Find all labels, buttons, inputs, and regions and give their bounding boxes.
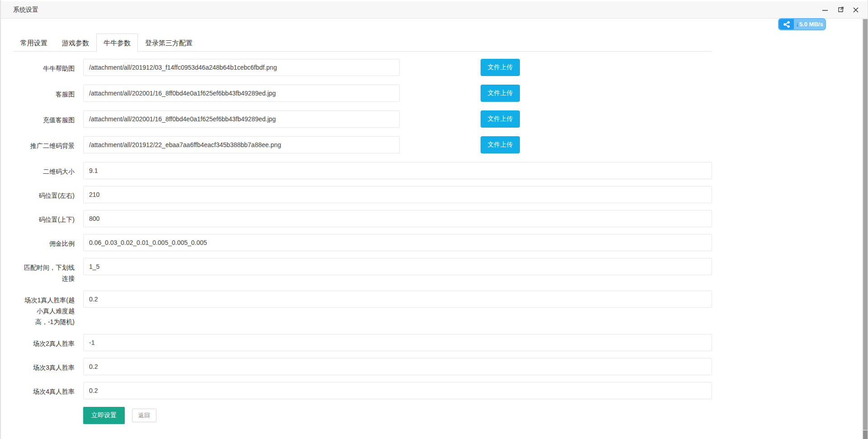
field-input[interactable] — [83, 85, 400, 102]
scrollbar-thumb[interactable] — [863, 19, 868, 430]
field-label: 二维码大小 — [24, 162, 75, 177]
window-title: 系统设置 — [13, 6, 38, 14]
field-input[interactable] — [83, 110, 400, 128]
form-row-recharge-customer-service-image: 充值客服图 文件上传 — [24, 110, 862, 128]
form-row-match-time: 匹配时间，下划线连接 — [24, 258, 862, 284]
file-upload-button[interactable]: 文件上传 — [481, 59, 520, 76]
form-actions: 立即设置 返回 — [83, 407, 862, 424]
form-row-qr-position-horizontal: 码位置(左右) — [24, 186, 862, 203]
down-arrow-icon: ↓ — [796, 21, 799, 28]
form-row-qrcode-size: 二维码大小 — [24, 162, 862, 179]
niuniu-params-form: 牛牛帮助图 文件上传 客服图 文件上传 充值客服图 文件上传 推广二维码背景 文… — [1, 59, 862, 424]
download-speed-text: ↓ 5.0 MB/s — [794, 19, 825, 29]
field-input[interactable] — [83, 210, 712, 227]
form-row-round1-real-win-rate: 场次1真人胜率(越小真人难度越高，-1为随机) — [24, 291, 862, 327]
field-input[interactable] — [83, 136, 400, 153]
field-input[interactable] — [83, 358, 712, 375]
settings-window: 系统设置 — [0, 0, 868, 439]
field-input[interactable] — [83, 162, 712, 179]
vertical-scrollbar[interactable] — [862, 19, 868, 439]
field-input[interactable] — [83, 234, 712, 251]
submit-button[interactable]: 立即设置 — [83, 407, 125, 424]
field-label: 场次1真人胜率(越小真人难度越高，-1为随机) — [24, 291, 75, 327]
form-row-qr-position-vertical: 码位置(上下) — [24, 210, 862, 227]
field-label: 码位置(左右) — [24, 186, 75, 201]
tab-niuniu-params[interactable]: 牛牛参数 — [96, 33, 138, 52]
field-label: 匹配时间，下划线连接 — [24, 258, 75, 284]
speed-value: 5.0 MB/s — [799, 21, 823, 28]
field-input[interactable] — [83, 59, 400, 76]
tab-label: 牛牛参数 — [104, 39, 131, 47]
tab-login-thirdparty[interactable]: 登录第三方配置 — [138, 33, 200, 52]
scrollbar-down-button[interactable] — [863, 430, 868, 439]
field-label: 场次3真人胜率 — [24, 358, 75, 373]
file-upload-button[interactable]: 文件上传 — [481, 85, 520, 102]
form-row-niuniu-help-image: 牛牛帮助图 文件上传 — [24, 59, 862, 76]
field-label: 码位置(上下) — [24, 210, 75, 225]
minimize-icon — [822, 7, 828, 13]
close-icon — [853, 7, 859, 13]
field-label: 牛牛帮助图 — [24, 59, 75, 74]
field-input[interactable] — [83, 186, 712, 203]
field-input[interactable] — [83, 258, 712, 275]
form-row-commission-ratio: 佣金比例 — [24, 234, 862, 251]
tab-bar: 常用设置 游戏参数 牛牛参数 登录第三方配置 — [13, 33, 712, 52]
tab-label: 登录第三方配置 — [145, 39, 193, 47]
form-row-round2-real-win-rate: 场次2真人胜率 — [24, 334, 862, 351]
cloud-share-icon — [779, 19, 794, 29]
form-row-round3-real-win-rate: 场次3真人胜率 — [24, 358, 862, 375]
file-upload-button[interactable]: 文件上传 — [481, 136, 520, 153]
tab-label: 游戏参数 — [62, 39, 89, 47]
window-controls — [820, 1, 861, 18]
file-upload-button[interactable]: 文件上传 — [481, 110, 520, 128]
form-row-promo-qrcode-background: 推广二维码背景 文件上传 — [24, 136, 862, 153]
field-input[interactable] — [83, 334, 712, 351]
field-input[interactable] — [83, 382, 712, 399]
maximize-icon — [837, 6, 844, 13]
tab-label: 常用设置 — [20, 39, 47, 47]
tab-game-params[interactable]: 游戏参数 — [55, 33, 96, 52]
settings-content: 常用设置 游戏参数 牛牛参数 登录第三方配置 牛牛帮助图 文件上传 客服图 文件… — [1, 19, 862, 439]
field-label: 推广二维码背景 — [24, 136, 75, 151]
download-speed-badge[interactable]: ↓ 5.0 MB/s — [778, 18, 826, 30]
field-label: 场次4真人胜率 — [24, 382, 75, 397]
field-label: 客服图 — [24, 85, 75, 100]
close-button[interactable] — [850, 5, 861, 15]
form-row-customer-service-image: 客服图 文件上传 — [24, 85, 862, 102]
tab-common-settings[interactable]: 常用设置 — [13, 33, 55, 52]
form-row-round4-real-win-rate: 场次4真人胜率 — [24, 382, 862, 399]
maximize-button[interactable] — [835, 5, 846, 15]
minimize-button[interactable] — [820, 5, 830, 15]
field-label: 佣金比例 — [24, 234, 75, 249]
back-button[interactable]: 返回 — [132, 409, 156, 422]
field-label: 场次2真人胜率 — [24, 334, 75, 349]
window-titlebar: 系统设置 — [1, 0, 868, 19]
field-input[interactable] — [83, 291, 712, 308]
field-label: 充值客服图 — [24, 110, 75, 125]
